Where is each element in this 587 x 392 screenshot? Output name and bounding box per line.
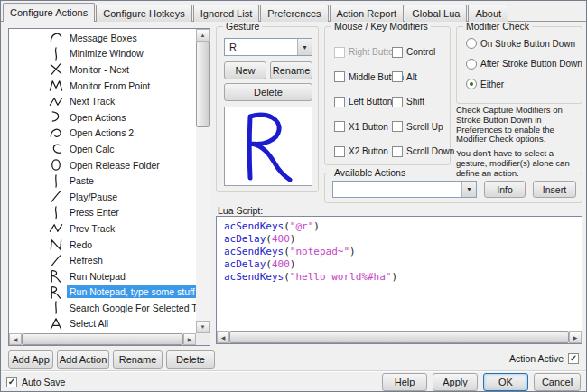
list-item-open-release-folder[interactable]: Open Release Folder (9, 157, 196, 173)
ok-button[interactable]: OK (483, 373, 528, 391)
checkbox-x2-button[interactable]: X2 Button (334, 146, 392, 157)
insert-button[interactable]: Insert (533, 181, 576, 198)
action-list-hscrollbar[interactable]: ◀ ▶ (9, 333, 196, 345)
rename-action-button[interactable]: Rename (113, 350, 163, 369)
apply-button[interactable]: Apply (433, 373, 478, 391)
gesture-select[interactable]: R ▼ (224, 38, 312, 56)
chevron-down-icon[interactable]: ▼ (297, 39, 312, 55)
checkbox-alt[interactable]: Alt (392, 71, 454, 82)
list-item-redo[interactable]: Redo (9, 237, 196, 253)
tab-ignored-list[interactable]: Ignored List (193, 5, 259, 22)
lua-token: 400 (272, 258, 290, 270)
tab-about[interactable]: About (468, 5, 508, 22)
list-item-message-boxes[interactable]: Message Boxes (9, 30, 196, 46)
list-item-open-calc[interactable]: Open Calc (9, 141, 196, 157)
tab-global-lua[interactable]: Global Lua (405, 5, 467, 22)
scroll-left-icon[interactable]: ◀ (9, 333, 22, 345)
lua-token: acDelay (224, 258, 266, 270)
scroll-right-icon[interactable]: ▶ (183, 333, 196, 345)
help-button[interactable]: Help (382, 373, 427, 391)
gesture-r-icon (45, 268, 67, 284)
checkbox-box: ✓ (568, 353, 579, 364)
checkbox-scroll-up[interactable]: Scroll Up (392, 121, 454, 132)
checkbox-label: Action Active (509, 353, 564, 364)
gesture-n-icon (45, 237, 67, 252)
checkbox-control[interactable]: Control (392, 47, 454, 58)
add-action-button[interactable]: Add Action (57, 350, 109, 369)
chevron-down-icon[interactable]: ▼ (461, 182, 476, 197)
list-item-play-pause[interactable]: Play/Pause (9, 189, 196, 205)
list-item-monitor-next[interactable]: Monitor - Next (9, 61, 196, 78)
list-item-run-notepad[interactable]: Run Notepad (9, 268, 196, 285)
info-button[interactable]: Info (484, 181, 526, 198)
modifiers-grid: Right ButtonControlMiddle ButtonAltLeft … (334, 40, 448, 164)
list-item-label: Monitor From Point (67, 79, 153, 92)
list-item-label: Refresh (67, 254, 106, 266)
new-gesture-button[interactable]: New (224, 61, 266, 79)
gesture-preview-canvas (224, 107, 312, 186)
modifier-check-note-1: Check Capture Modifiers on Stroke Button… (456, 106, 582, 145)
list-item-search-google-for-selected-text[interactable]: Search Google For Selected Text (9, 300, 196, 316)
checkbox-middle-button[interactable]: Middle Button (334, 71, 392, 82)
rename-gesture-button[interactable]: Rename (270, 61, 312, 79)
tab-configure-actions[interactable]: Configure Actions (3, 3, 95, 22)
radio-on-stroke-button-down[interactable]: On Stroke Button Down (466, 38, 582, 49)
list-item-prev-track[interactable]: Prev Track (9, 220, 196, 237)
delete-action-button[interactable]: Delete (166, 350, 215, 369)
list-item-label: Redo (67, 238, 95, 251)
list-item-select-all[interactable]: Select All (9, 316, 196, 332)
lua-token: ) (313, 220, 320, 232)
lua-script-editor[interactable]: acSendKeys("@r")acDelay(400)acSendKeys("… (216, 216, 582, 344)
list-item-label: Message Boxes (67, 32, 140, 44)
checkbox-box (392, 146, 403, 157)
scroll-down-icon[interactable]: ▼ (196, 321, 210, 333)
vscroll-thumb[interactable] (196, 42, 210, 127)
action-list: Message BoxesMinimize WindowMonitor - Ne… (8, 28, 210, 346)
list-item-open-actions[interactable]: Open Actions (9, 109, 196, 126)
radio-label: On Stroke Button Down (480, 39, 575, 49)
list-item-press-enter[interactable]: Press Enter (9, 205, 196, 221)
lua-token: acDelay (224, 233, 266, 245)
list-item-label: Run Notepad, type some stuff (67, 285, 196, 298)
list-item-open-actions-2[interactable]: Open Actions 2 (9, 126, 196, 142)
gesture-down-icon (45, 46, 67, 61)
checkbox-box (334, 121, 345, 132)
checkbox-scroll-down[interactable]: Scroll Down (392, 146, 454, 157)
list-item-minimize-window[interactable]: Minimize Window (9, 46, 196, 62)
cancel-button[interactable]: Cancel (534, 373, 581, 391)
lua-hscrollbar[interactable]: ◀ ▶ (217, 331, 582, 343)
gesture-x-icon (45, 61, 67, 77)
radio-after-stroke-button-down[interactable]: After Stroke Button Down (466, 59, 582, 70)
hscroll-thumb[interactable] (22, 333, 183, 345)
list-item-paste[interactable]: Paste (9, 173, 196, 189)
modifier-check-group: Modifier Check On Stroke Button DownAfte… (456, 26, 582, 104)
available-actions-select[interactable]: ▼ (332, 181, 477, 198)
delete-gesture-button[interactable]: Delete (224, 83, 312, 101)
tab-action-report[interactable]: Action Report (330, 5, 405, 22)
checkbox-box (334, 146, 345, 157)
scroll-left-icon[interactable]: ◀ (217, 331, 229, 343)
lua-token: "notepad~" (290, 246, 349, 257)
list-item-next-track[interactable]: Next Track (9, 93, 196, 109)
add-app-button[interactable]: Add App (8, 350, 53, 369)
list-item-label: Open Actions (67, 111, 128, 124)
checkbox-action-active[interactable]: Action Active✓ (509, 353, 579, 364)
list-item-refresh[interactable]: Refresh (9, 252, 196, 268)
checkbox-left-button[interactable]: Left Button (334, 97, 392, 107)
radio-either[interactable]: Either (466, 79, 582, 89)
lua-script-text[interactable]: acSendKeys("@r")acDelay(400)acSendKeys("… (217, 217, 582, 331)
gesture-r-drawing (225, 107, 312, 185)
tab-preferences[interactable]: Preferences (260, 5, 328, 22)
checkbox-x1-button[interactable]: X1 Button (334, 121, 392, 132)
list-item-monitor-from-point[interactable]: Monitor From Point (9, 78, 196, 94)
action-list-vscrollbar[interactable]: ▲ ▼ (196, 29, 210, 333)
list-item-run-notepad-type-some-stuff[interactable]: Run Notepad, type some stuff (9, 285, 196, 301)
checkbox-auto-save[interactable]: ✓Auto Save (6, 377, 65, 387)
checkbox-label: X2 Button (349, 146, 388, 156)
modifier-check-options: On Stroke Button DownAfter Stroke Button… (466, 38, 582, 89)
lua-hscroll-thumb[interactable] (229, 331, 569, 343)
scroll-up-icon[interactable]: ▲ (196, 29, 210, 42)
scroll-right-icon[interactable]: ▶ (569, 331, 582, 343)
tab-configure-hotkeys[interactable]: Configure Hotkeys (96, 5, 192, 22)
checkbox-shift[interactable]: Shift (392, 97, 454, 107)
